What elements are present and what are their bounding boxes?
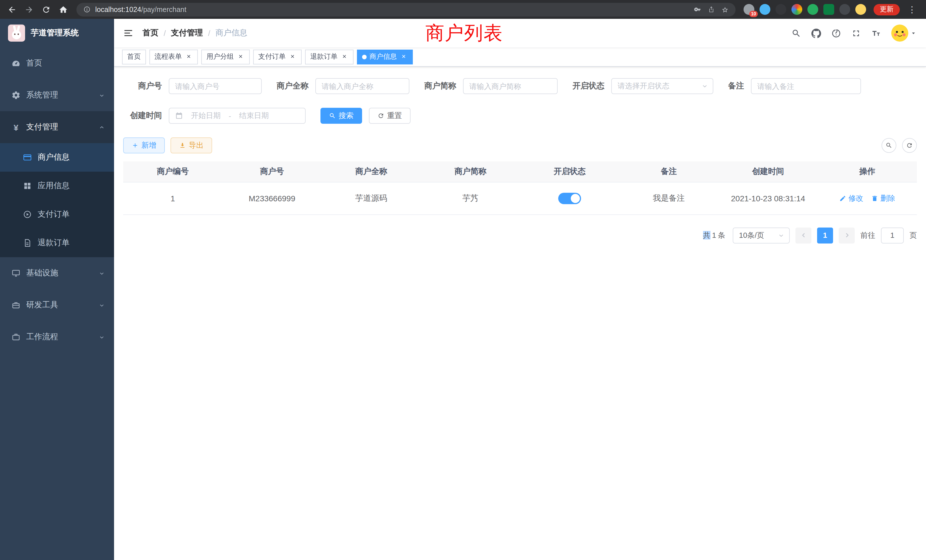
- extension-icon-2[interactable]: [760, 4, 770, 15]
- extension-icon-4[interactable]: [791, 4, 802, 15]
- screenshot-stage: localhost:1024/pay/merchant 10 更新 ⋮: [0, 0, 926, 560]
- payment-submenu: 商户信息 应用信息 支付订单 退款订单: [0, 143, 114, 257]
- status-select[interactable]: 请选择开启状态: [611, 78, 713, 94]
- password-key-icon[interactable]: [694, 6, 701, 13]
- breadcrumb-current: 商户信息: [216, 28, 247, 38]
- goto-label: 前往: [861, 230, 875, 241]
- active-tab-dot-icon: [362, 54, 367, 59]
- tab-home[interactable]: 首页: [122, 49, 146, 64]
- sidebar-item-system[interactable]: 系统管理: [0, 79, 114, 111]
- extension-icon-3[interactable]: [775, 4, 786, 15]
- tab-pay-order[interactable]: 支付订单×: [253, 49, 302, 64]
- toggle-search-button[interactable]: [882, 138, 896, 153]
- sidebar-item-app-info[interactable]: 应用信息: [0, 172, 114, 200]
- cell-full-name: 芋道源码: [322, 182, 421, 215]
- extension-icon-1[interactable]: 10: [743, 4, 754, 15]
- url-bar[interactable]: localhost:1024/pay/merchant: [76, 3, 735, 16]
- site-info-icon[interactable]: [83, 6, 91, 13]
- navbar-actions: [791, 24, 917, 42]
- browser-forward-button[interactable]: [22, 2, 36, 17]
- merchant-no-input[interactable]: [169, 78, 262, 94]
- breadcrumb-home[interactable]: 首页: [142, 28, 159, 38]
- reset-button-label: 重置: [387, 110, 402, 121]
- status-switch[interactable]: [558, 192, 581, 204]
- col-header: 商户简称: [421, 161, 520, 182]
- chevron-down-icon: [98, 334, 105, 340]
- refresh-table-button[interactable]: [902, 138, 917, 153]
- add-button[interactable]: 新增: [123, 138, 165, 153]
- tab-user-group[interactable]: 用户分组×: [201, 49, 250, 64]
- edit-button-label: 修改: [849, 193, 863, 203]
- user-avatar-menu[interactable]: [891, 24, 917, 42]
- page-content: 商户号 商户全称 商户简称 开启状态 请选择开启状态: [114, 67, 926, 560]
- sidebar-item-label: 支付管理: [26, 122, 93, 132]
- tab-close-icon[interactable]: ×: [237, 53, 245, 61]
- share-icon[interactable]: [708, 6, 715, 13]
- tab-refund-order[interactable]: 退款订单×: [305, 49, 354, 64]
- sidebar-item-workflow[interactable]: 工作流程: [0, 321, 114, 353]
- sidebar-item-merchant-info[interactable]: 商户信息: [0, 143, 114, 172]
- date-range-picker[interactable]: 开始日期 - 结束日期: [169, 108, 306, 124]
- tab-close-icon[interactable]: ×: [185, 53, 193, 61]
- url-path: /pay/merchant: [141, 5, 186, 14]
- full-name-input[interactable]: [315, 78, 409, 94]
- sidebar-item-infrastructure[interactable]: 基础设施: [0, 257, 114, 289]
- short-name-input[interactable]: [463, 78, 558, 94]
- sidebar-item-payment[interactable]: ¥ 支付管理: [0, 111, 114, 143]
- search-button[interactable]: 搜索: [321, 108, 362, 124]
- tab-label: 流程表单: [154, 52, 182, 62]
- export-button[interactable]: 导出: [171, 138, 212, 153]
- cell-short-name: 芋艿: [421, 182, 520, 215]
- help-icon[interactable]: [831, 28, 841, 38]
- search-icon[interactable]: [791, 28, 801, 38]
- extension-icon-6[interactable]: [823, 4, 834, 15]
- tab-close-icon[interactable]: ×: [289, 53, 297, 61]
- browser-menu-icon[interactable]: ⋮: [905, 4, 919, 15]
- font-size-icon[interactable]: [871, 28, 881, 38]
- briefcase-icon: [11, 333, 21, 342]
- tab-merchant-info[interactable]: 商户信息×: [357, 49, 413, 64]
- delete-button[interactable]: 删除: [871, 193, 895, 203]
- sidebar-item-home[interactable]: 首页: [0, 47, 114, 79]
- extension-icon-8[interactable]: [855, 4, 866, 15]
- browser-back-button[interactable]: [5, 2, 20, 17]
- page-size-select[interactable]: 10条/页: [733, 227, 790, 243]
- breadcrumb: 首页 / 支付管理 / 商户信息: [142, 28, 247, 38]
- bookmark-star-icon[interactable]: [721, 6, 729, 13]
- filter-label: 商户号: [123, 81, 162, 91]
- reset-button[interactable]: 重置: [369, 108, 410, 124]
- table-toolbar: 新增 导出: [123, 138, 917, 153]
- sidebar-item-pay-order[interactable]: 支付订单: [0, 200, 114, 229]
- breadcrumb-payment[interactable]: 支付管理: [171, 28, 203, 38]
- filter-merchant-no: 商户号: [123, 78, 262, 94]
- goto-page-input[interactable]: [881, 227, 904, 243]
- next-page-button[interactable]: [839, 227, 855, 243]
- logo[interactable]: 芋道管理系统: [0, 19, 114, 47]
- sidebar-item-refund-order[interactable]: 退款订单: [0, 229, 114, 257]
- chevron-down-icon: [98, 270, 105, 276]
- page-button-1[interactable]: 1: [817, 227, 833, 243]
- url-host: localhost:1024: [95, 5, 141, 14]
- tab-process-form[interactable]: 流程表单×: [150, 49, 198, 64]
- table-row: 1 M233666999 芋道源码 芋艿 我是备注 2021-10-23 08:…: [123, 182, 917, 215]
- tab-label: 退款订单: [310, 52, 337, 62]
- browser-home-button[interactable]: [56, 2, 71, 17]
- extension-icon-5[interactable]: [807, 4, 818, 15]
- breadcrumb-separator: /: [208, 29, 210, 38]
- browser-update-button[interactable]: 更新: [873, 4, 900, 15]
- sidebar-item-dev-tools[interactable]: 研发工具: [0, 289, 114, 321]
- breadcrumb-separator: /: [163, 29, 166, 38]
- sidebar-item-label: 退款订单: [38, 238, 114, 248]
- remark-input[interactable]: [751, 78, 861, 94]
- prev-page-button[interactable]: [796, 227, 811, 243]
- extension-icon-7[interactable]: [839, 4, 850, 15]
- fullscreen-icon[interactable]: [851, 28, 861, 38]
- filter-label: 创建时间: [123, 110, 162, 121]
- row-actions: 修改 删除: [818, 193, 917, 203]
- hamburger-icon[interactable]: [123, 28, 133, 38]
- browser-reload-button[interactable]: [39, 2, 54, 17]
- tab-close-icon[interactable]: ×: [400, 53, 408, 61]
- tab-close-icon[interactable]: ×: [340, 53, 348, 61]
- github-icon[interactable]: [811, 28, 821, 38]
- edit-button[interactable]: 修改: [839, 193, 863, 203]
